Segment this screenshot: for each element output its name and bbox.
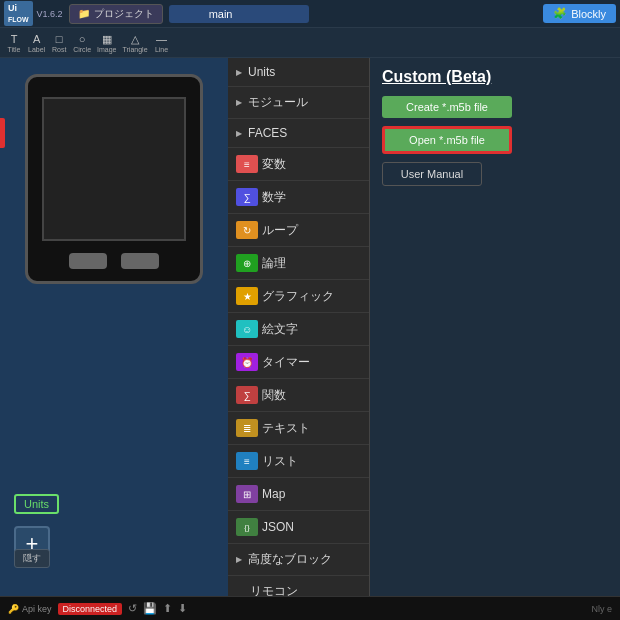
circle-icon: ○ <box>74 32 90 46</box>
create-file-button[interactable]: Create *.m5b file <box>382 96 512 118</box>
cat-variables-label: 変数 <box>262 156 286 173</box>
right-panel: Custom (Beta) Create *.m5b file Open *.m… <box>370 58 620 596</box>
math-icon: ∑ <box>236 188 258 206</box>
triangle-icon: △ <box>127 32 143 46</box>
cat-faces-label: FACES <box>248 126 287 140</box>
cat-timer-label: タイマー <box>262 354 310 371</box>
cat-loop-label: ループ <box>262 222 298 239</box>
toolbar-triangle-label: Triangle <box>123 46 148 53</box>
toolbar-title[interactable]: T Title <box>6 32 22 53</box>
cat-loop[interactable]: ↻ ループ <box>228 214 369 247</box>
puzzle-icon: 🧩 <box>553 7 567 20</box>
blockly-button[interactable]: 🧩 Blockly <box>543 4 616 23</box>
blockly-label: Blockly <box>571 8 606 20</box>
units-label-area: Units <box>14 494 59 514</box>
cat-remote-label: リモコン <box>250 583 298 596</box>
units-arrow: ▶ <box>236 68 242 77</box>
refresh-icon[interactable]: ↺ <box>128 602 137 615</box>
graphic-icon: ★ <box>236 287 258 305</box>
toolbar-label-text: Label <box>28 46 45 53</box>
toolbar-circle-label: Circle <box>73 46 91 53</box>
device-buttons <box>69 253 159 269</box>
cat-module[interactable]: ▶ モジュール <box>228 87 369 119</box>
cat-graphic-label: グラフィック <box>262 288 334 305</box>
toolbar-image[interactable]: ▦ Image <box>97 32 116 53</box>
cat-math[interactable]: ∑ 数学 <box>228 181 369 214</box>
toolbar-line[interactable]: — Line <box>154 32 170 53</box>
module-arrow: ▶ <box>236 98 242 107</box>
cat-map-label: Map <box>262 487 285 501</box>
cat-advanced[interactable]: ▶ 高度なブロック <box>228 544 369 576</box>
top-bar: UiFLOW V1.6.2 📁 プロジェクト 🧩 Blockly <box>0 0 620 28</box>
download-icon[interactable]: ⬇ <box>178 602 187 615</box>
cat-emoji[interactable]: ☺ 絵文字 <box>228 313 369 346</box>
toolbar-rost[interactable]: □ Rost <box>51 32 67 53</box>
map-icon: ⊞ <box>236 485 258 503</box>
folder-icon: 📁 <box>78 8 90 19</box>
cat-emoji-label: 絵文字 <box>262 321 298 338</box>
main-tab-input[interactable] <box>169 5 309 23</box>
cat-faces[interactable]: ▶ FACES <box>228 119 369 148</box>
logo-text: UiFLOW <box>8 3 29 24</box>
toolbar-title-label: Title <box>8 46 21 53</box>
project-label: プロジェクト <box>94 7 154 21</box>
cat-text[interactable]: ≣ テキスト <box>228 412 369 445</box>
cat-logic[interactable]: ⊕ 論理 <box>228 247 369 280</box>
cat-advanced-label: 高度なブロック <box>248 551 332 568</box>
logo-box: UiFLOW <box>4 1 33 27</box>
cat-list-label: リスト <box>262 453 298 470</box>
status-bar: 🔑 Api key Disconnected ↺ 💾 ⬆ ⬇ Nly e <box>0 596 620 620</box>
key-icon: 🔑 <box>8 604 19 614</box>
json-icon: {} <box>236 518 258 536</box>
toolbar-triangle[interactable]: △ Triangle <box>123 32 148 53</box>
toolbar-rost-label: Rost <box>52 46 66 53</box>
cat-logic-label: 論理 <box>262 255 286 272</box>
api-key-label: Api key <box>22 604 52 614</box>
cat-text-label: テキスト <box>262 420 310 437</box>
image-icon: ▦ <box>99 32 115 46</box>
list-icon: ≡ <box>236 452 258 470</box>
red-bar <box>0 118 5 148</box>
rost-icon: □ <box>51 32 67 46</box>
label-icon: A <box>29 32 45 46</box>
user-manual-button[interactable]: User Manual <box>382 162 482 186</box>
cat-math-label: 数学 <box>262 189 286 206</box>
save-icon[interactable]: 💾 <box>143 602 157 615</box>
cat-units[interactable]: ▶ Units <box>228 58 369 87</box>
text-icon: ≣ <box>236 419 258 437</box>
upload-icon[interactable]: ⬆ <box>163 602 172 615</box>
cat-json[interactable]: {} JSON <box>228 511 369 544</box>
toolbar-label[interactable]: A Label <box>28 32 45 53</box>
project-button[interactable]: 📁 プロジェクト <box>69 4 163 24</box>
cat-remote[interactable]: リモコン <box>228 576 369 596</box>
cat-function-label: 関数 <box>262 387 286 404</box>
cat-function[interactable]: ∑ 関数 <box>228 379 369 412</box>
device-preview <box>25 74 203 284</box>
advanced-arrow: ▶ <box>236 555 242 564</box>
cat-units-label: Units <box>248 65 275 79</box>
bottom-text: Nly e <box>591 604 612 614</box>
cat-list[interactable]: ≡ リスト <box>228 445 369 478</box>
left-panel: Units + 隠す <box>0 58 228 596</box>
category-panel: ▶ Units ▶ モジュール ▶ FACES ≡ 変数 ∑ 数学 ↻ ループ … <box>228 58 370 596</box>
disconnected-badge: Disconnected <box>58 603 123 615</box>
units-badge: Units <box>14 494 59 514</box>
toolbar: T Title A Label □ Rost ○ Circle ▦ Image … <box>0 28 620 58</box>
custom-beta-title: Custom (Beta) <box>382 68 608 86</box>
variables-icon: ≡ <box>236 155 258 173</box>
open-file-button[interactable]: Open *.m5b file <box>382 126 512 154</box>
cat-variables[interactable]: ≡ 変数 <box>228 148 369 181</box>
logic-icon: ⊕ <box>236 254 258 272</box>
cat-json-label: JSON <box>262 520 294 534</box>
device-btn-2 <box>121 253 159 269</box>
toolbar-circle[interactable]: ○ Circle <box>73 32 91 53</box>
api-key-area[interactable]: 🔑 Api key <box>8 604 52 614</box>
title-icon: T <box>6 32 22 46</box>
cat-map[interactable]: ⊞ Map <box>228 478 369 511</box>
cat-timer[interactable]: ⏰ タイマー <box>228 346 369 379</box>
main-content: Units + 隠す ▶ Units ▶ モジュール ▶ FACES ≡ 変数 … <box>0 58 620 596</box>
device-screen <box>42 97 186 241</box>
hide-button[interactable]: 隠す <box>14 549 50 568</box>
timer-icon: ⏰ <box>236 353 258 371</box>
cat-graphic[interactable]: ★ グラフィック <box>228 280 369 313</box>
